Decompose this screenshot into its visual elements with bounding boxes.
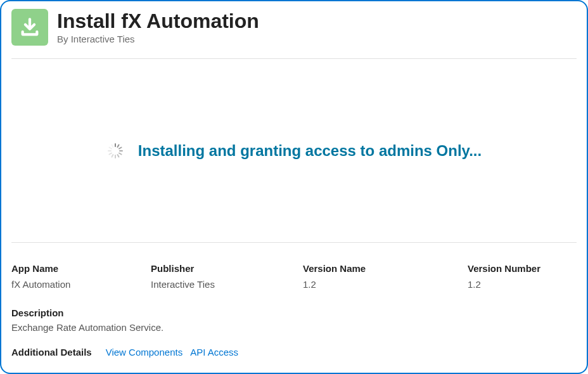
spinner-icon (106, 142, 124, 160)
svg-rect-11 (111, 144, 114, 148)
install-status-area: Installing and granting access to admins… (11, 59, 577, 243)
version-number-value: 1.2 (468, 279, 577, 290)
version-name-label: Version Name (303, 263, 468, 274)
svg-rect-2 (118, 146, 122, 150)
svg-rect-9 (108, 150, 112, 152)
app-name-label: App Name (11, 263, 151, 274)
additional-details-row: Additional Details View Components API A… (11, 347, 577, 358)
description-label: Description (11, 307, 577, 318)
install-status-message: Installing and granting access to admins… (138, 142, 482, 160)
svg-rect-10 (108, 146, 112, 150)
description-block: Description Exchange Rate Automation Ser… (11, 307, 577, 333)
app-name-value: fX Automation (11, 279, 151, 290)
publisher-prefix: By (57, 34, 71, 44)
header-text: Install fX Automation By Interactive Tie… (57, 10, 259, 44)
publisher-line: By Interactive Ties (57, 34, 259, 44)
svg-rect-7 (111, 153, 114, 157)
svg-rect-8 (108, 152, 112, 155)
publisher-name: Interactive Ties (71, 34, 135, 44)
download-icon (11, 9, 48, 46)
svg-rect-5 (117, 153, 120, 157)
additional-details-label: Additional Details (11, 347, 92, 358)
publisher-value: Interactive Ties (151, 279, 303, 290)
view-components-link[interactable]: View Components (106, 347, 182, 358)
version-name-value: 1.2 (303, 279, 468, 290)
svg-rect-1 (117, 144, 120, 148)
api-access-link[interactable]: API Access (190, 347, 238, 358)
publisher-label: Publisher (151, 263, 303, 274)
description-value: Exchange Rate Automation Service. (11, 322, 577, 333)
svg-rect-0 (115, 143, 116, 147)
version-number-label: Version Number (468, 263, 577, 274)
page-title: Install fX Automation (57, 10, 259, 32)
svg-rect-3 (119, 150, 123, 152)
app-details-grid: App Name Publisher Version Name Version … (11, 243, 577, 290)
svg-rect-4 (118, 152, 122, 155)
page-header: Install fX Automation By Interactive Tie… (11, 9, 577, 59)
svg-rect-6 (115, 155, 116, 158)
